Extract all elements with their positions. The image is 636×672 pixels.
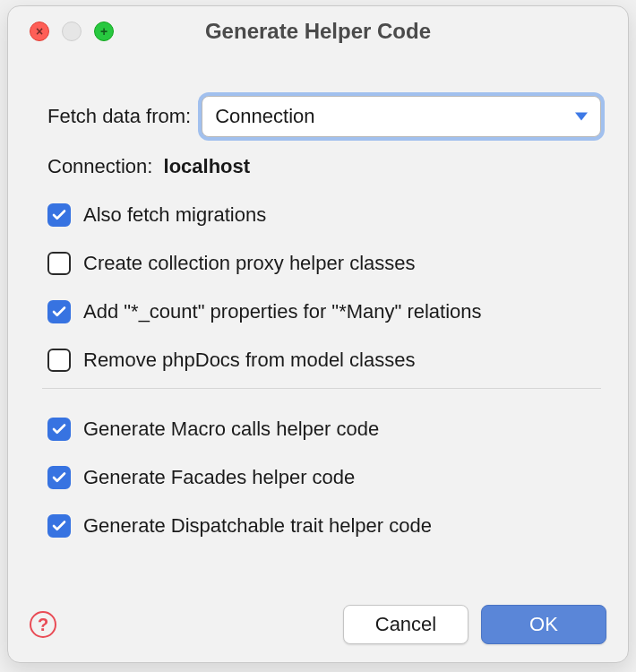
dialog-body: Fetch data from: Connection Connection: … <box>8 56 628 594</box>
options-group-b: Generate Macro calls helper code Generat… <box>47 405 601 550</box>
fetch-select[interactable]: Connection <box>202 96 601 137</box>
maximize-icon[interactable]: + <box>94 22 114 41</box>
close-icon[interactable]: × <box>30 22 49 41</box>
minimize-icon[interactable] <box>62 22 82 41</box>
divider <box>42 388 601 389</box>
option-label: Generate Macro calls helper code <box>83 418 379 441</box>
help-icon[interactable]: ? <box>30 611 56 638</box>
option-gen-facades: Generate Facades helper code <box>47 453 601 502</box>
checkbox-gen-macro[interactable] <box>47 418 71 441</box>
chevron-down-icon <box>575 113 588 121</box>
checkbox-create-collection-proxy[interactable] <box>47 252 71 275</box>
connection-row: Connection: localhost <box>47 155 601 178</box>
connection-value: localhost <box>164 155 251 177</box>
option-gen-dispatchable: Generate Dispatchable trait helper code <box>47 502 601 550</box>
connection-label: Connection: <box>47 155 152 177</box>
cancel-button[interactable]: Cancel <box>343 605 468 644</box>
titlebar: × + Generate Helper Code <box>8 6 628 56</box>
checkbox-also-fetch-migrations[interactable] <box>47 203 71 227</box>
checkbox-add-count-props[interactable] <box>47 300 71 323</box>
option-gen-macro: Generate Macro calls helper code <box>47 405 601 453</box>
checkbox-remove-phpdocs[interactable] <box>47 349 71 372</box>
option-add-count-props: Add "*_count" properties for "*Many" rel… <box>47 288 601 336</box>
option-label: Generate Dispatchable trait helper code <box>83 514 432 538</box>
option-label: Also fetch migrations <box>83 203 266 227</box>
fetch-label: Fetch data from: <box>47 105 191 128</box>
option-label: Generate Facades helper code <box>83 466 355 489</box>
ok-button[interactable]: OK <box>481 605 606 644</box>
dialog-footer: ? Cancel OK <box>8 594 628 662</box>
checkbox-gen-facades[interactable] <box>47 466 71 489</box>
window-controls: × + <box>8 22 114 41</box>
fetch-row: Fetch data from: Connection <box>47 96 601 137</box>
checkbox-gen-dispatchable[interactable] <box>47 514 71 538</box>
dialog-window: × + Generate Helper Code Fetch data from… <box>7 5 629 663</box>
check-icon <box>51 470 67 486</box>
check-icon <box>51 304 67 320</box>
option-also-fetch-migrations: Also fetch migrations <box>47 191 601 239</box>
fetch-selected-value: Connection <box>215 105 314 128</box>
option-label: Create collection proxy helper classes <box>83 252 416 275</box>
check-icon <box>51 421 67 437</box>
check-icon <box>51 207 67 223</box>
option-remove-phpdocs: Remove phpDocs from model classes <box>47 336 601 384</box>
option-create-collection-proxy: Create collection proxy helper classes <box>47 239 601 288</box>
check-icon <box>51 518 67 534</box>
option-label: Add "*_count" properties for "*Many" rel… <box>83 300 482 323</box>
options-group-a: Also fetch migrations Create collection … <box>47 191 601 384</box>
option-label: Remove phpDocs from model classes <box>83 349 415 372</box>
